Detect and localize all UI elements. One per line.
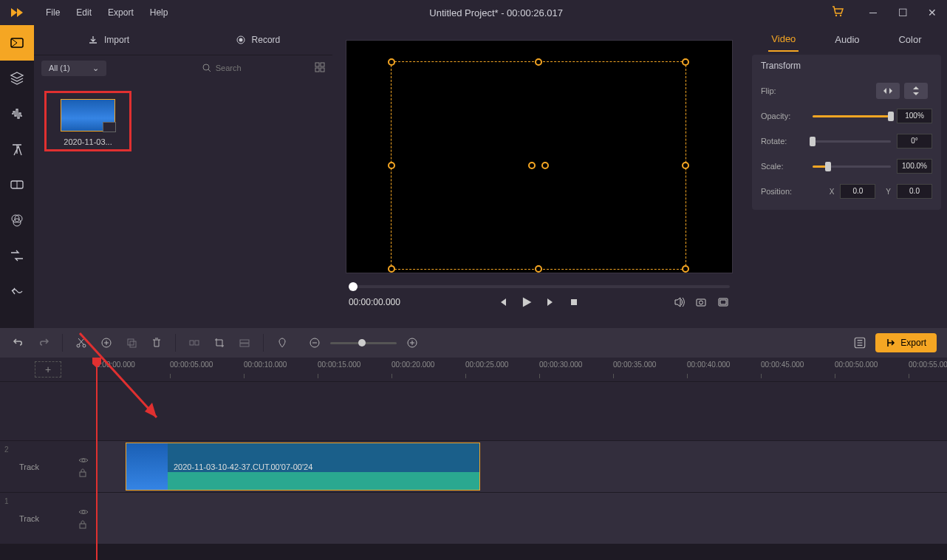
- import-label: Import: [104, 35, 129, 45]
- record-label: Record: [252, 35, 281, 45]
- ruler-marks[interactable]: 0:00:00.00000:00:05.00000:00:10.00000:00…: [96, 358, 947, 381]
- search-input[interactable]: [216, 64, 275, 72]
- sidebar-transitions[interactable]: [0, 238, 34, 273]
- timeline-toolbar: Export: [0, 328, 947, 358]
- svg-rect-28: [240, 340, 249, 343]
- rotate-slider[interactable]: [813, 140, 891, 143]
- visibility-icon[interactable]: [78, 457, 89, 464]
- sidebar-split[interactable]: [0, 167, 34, 202]
- scale-slider[interactable]: [813, 165, 891, 168]
- window-title: Untitled Project* - 00:00:26.017: [175, 7, 817, 18]
- marker-button[interactable]: [274, 335, 290, 351]
- sidebar-elements[interactable]: [0, 273, 34, 309]
- sidebar-media[interactable]: [0, 25, 34, 61]
- handle-top-right[interactable]: [682, 58, 689, 66]
- opacity-slider[interactable]: [813, 115, 891, 117]
- handle-center-right[interactable]: [541, 162, 549, 169]
- import-button[interactable]: Import: [34, 25, 183, 55]
- preview-canvas[interactable]: [346, 40, 733, 273]
- svg-point-0: [835, 14, 837, 16]
- cut-button[interactable]: [73, 335, 89, 351]
- zoom-slider[interactable]: [330, 342, 397, 344]
- svg-point-33: [82, 459, 85, 462]
- position-row: Position: X 0.0 Y 0.0: [761, 179, 932, 204]
- tab-audio[interactable]: Audio: [832, 28, 862, 51]
- stop-button[interactable]: [567, 296, 581, 309]
- sidebar-audio[interactable]: [0, 96, 34, 132]
- sidebar-layers[interactable]: [0, 61, 34, 96]
- menu-file[interactable]: File: [38, 3, 67, 22]
- zoom-out-button[interactable]: [307, 335, 323, 351]
- menu-export[interactable]: Export: [100, 3, 141, 22]
- position-y-value[interactable]: 0.0: [897, 184, 932, 199]
- scrubber-knob[interactable]: [349, 282, 358, 291]
- visibility-icon[interactable]: [78, 508, 89, 516]
- track-row-2: 2 Track 2020-11-03-10-42-37.CUT.00'07-00…: [0, 440, 947, 492]
- zoom-in-button[interactable]: [404, 335, 420, 351]
- add-track-button[interactable]: +: [35, 361, 61, 378]
- svg-rect-26: [190, 341, 194, 345]
- next-frame-button[interactable]: [544, 296, 557, 309]
- transform-selection-box[interactable]: [391, 61, 686, 270]
- scale-row: Scale: 100.0%: [761, 154, 932, 179]
- merge-button[interactable]: [236, 335, 253, 351]
- lock-icon[interactable]: [78, 520, 87, 529]
- add-button[interactable]: [98, 335, 114, 351]
- tab-color[interactable]: Color: [895, 28, 924, 51]
- undo-button[interactable]: [10, 335, 27, 351]
- volume-icon[interactable]: [672, 296, 686, 309]
- maximize-button[interactable]: ☐: [888, 0, 917, 25]
- scale-value[interactable]: 100.0%: [897, 159, 932, 174]
- media-content: 2020-11-03...: [34, 81, 332, 328]
- redo-button[interactable]: [35, 335, 52, 351]
- svg-rect-13: [321, 63, 324, 66]
- handle-center-left[interactable]: [528, 162, 536, 169]
- crop-button[interactable]: [211, 335, 228, 351]
- minimize-button[interactable]: ─: [858, 0, 888, 25]
- svg-rect-20: [720, 300, 726, 304]
- video-clip[interactable]: 2020-11-03-10-42-37.CUT.00'07-00'24: [126, 443, 480, 491]
- position-x-value[interactable]: 0.0: [840, 184, 875, 199]
- media-filter-dropdown[interactable]: All (1) ⌄: [41, 61, 106, 76]
- menu-edit[interactable]: Edit: [69, 3, 99, 22]
- handle-bottom-mid[interactable]: [535, 265, 542, 273]
- shop-icon[interactable]: [817, 6, 858, 20]
- fullscreen-icon[interactable]: [717, 296, 730, 309]
- lock-icon[interactable]: [78, 468, 87, 477]
- import-icon: [88, 35, 98, 45]
- settings-icon[interactable]: [852, 335, 868, 351]
- copy-button[interactable]: [123, 335, 140, 351]
- property-tabs: Video Audio Color: [752, 25, 941, 53]
- export-button[interactable]: Export: [875, 333, 937, 352]
- handle-bottom-left[interactable]: [388, 265, 395, 273]
- handle-top-left[interactable]: [388, 58, 395, 66]
- handle-mid-left[interactable]: [388, 162, 395, 169]
- preview-time: 00:00:00.000: [349, 297, 400, 307]
- handle-mid-right[interactable]: [682, 162, 689, 169]
- delete-button[interactable]: [148, 335, 165, 351]
- handle-top-mid[interactable]: [535, 58, 542, 66]
- split-button[interactable]: [186, 335, 202, 351]
- preview-right-controls: [672, 296, 730, 309]
- opacity-value[interactable]: 100%: [897, 109, 932, 123]
- grid-view-icon[interactable]: [315, 62, 325, 75]
- flip-vertical-button[interactable]: [904, 83, 928, 99]
- sidebar-filters[interactable]: [0, 202, 34, 238]
- play-button[interactable]: [520, 296, 533, 309]
- prev-frame-button[interactable]: [496, 296, 510, 309]
- menu-help[interactable]: Help: [143, 3, 176, 22]
- record-button[interactable]: Record: [183, 25, 332, 55]
- close-button[interactable]: ✕: [917, 0, 947, 25]
- track-1-content[interactable]: [96, 493, 947, 544]
- track-2-content[interactable]: 2020-11-03-10-42-37.CUT.00'07-00'24: [96, 441, 947, 492]
- flip-horizontal-button[interactable]: [876, 83, 900, 99]
- opacity-row: Opacity: 100%: [761, 103, 932, 129]
- preview-scrubber[interactable]: [349, 285, 730, 288]
- media-clip-thumbnail[interactable]: 2020-11-03...: [44, 91, 131, 151]
- snapshot-icon[interactable]: [694, 296, 708, 309]
- rotate-value[interactable]: 0°: [897, 134, 932, 148]
- handle-bottom-right[interactable]: [682, 265, 689, 273]
- svg-rect-27: [195, 341, 199, 345]
- sidebar-text[interactable]: [0, 132, 34, 167]
- tab-video[interactable]: Video: [768, 27, 799, 52]
